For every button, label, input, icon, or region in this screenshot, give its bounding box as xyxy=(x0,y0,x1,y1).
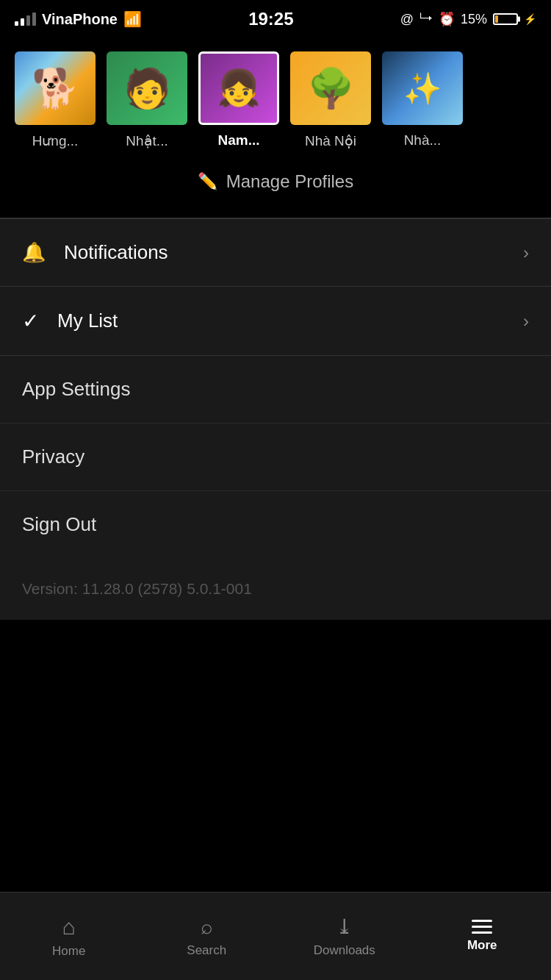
location-icon: ⮡ xyxy=(419,12,433,27)
search-label: Search xyxy=(187,943,226,958)
privacy-label: Privacy xyxy=(22,446,84,468)
hamburger-line-3 xyxy=(472,931,492,934)
bottom-nav: ⌂ Home ⌕ Search ⤓ Downloads More xyxy=(0,892,551,980)
status-bar: VinaPhone 📶 19:25 @ ⮡ ⏰ 15% ⚡ xyxy=(0,0,551,37)
manage-profiles-label: Manage Profiles xyxy=(226,171,353,192)
hamburger-line-2 xyxy=(472,926,492,928)
notifications-left: 🔔 Notifications xyxy=(22,241,168,264)
sign-out-item[interactable]: Sign Out xyxy=(0,491,551,558)
signal-bar-3 xyxy=(26,15,30,26)
home-label: Home xyxy=(52,944,85,959)
sign-out-label: Sign Out xyxy=(22,513,96,535)
mylist-menu-item[interactable]: ✓ My List › xyxy=(0,287,551,356)
profile-name-nhanoi1: Nhà Nội xyxy=(305,132,356,149)
bell-icon: 🔔 xyxy=(22,241,46,264)
nav-more[interactable]: More xyxy=(414,893,552,980)
battery-icon xyxy=(493,13,518,25)
app-settings-label: App Settings xyxy=(22,378,130,400)
status-time: 19:25 xyxy=(248,9,293,29)
status-left: VinaPhone 📶 xyxy=(15,10,142,28)
battery-percent: 15% xyxy=(461,12,487,27)
mylist-label: My List xyxy=(57,310,118,332)
version-text: Version: 11.28.0 (2578) 5.0.1-001 xyxy=(22,580,252,597)
charging-icon: ⚡ xyxy=(524,13,536,25)
signal-bar-4 xyxy=(32,12,36,26)
app-settings-item[interactable]: App Settings xyxy=(0,356,551,423)
signal-bar-2 xyxy=(21,18,24,26)
hamburger-line-1 xyxy=(472,920,492,922)
status-right: @ ⮡ ⏰ 15% ⚡ xyxy=(400,11,536,27)
wifi-icon: 📶 xyxy=(123,10,142,28)
profile-avatar-nhanoi2: ✨ xyxy=(382,51,463,125)
profile-avatar-nam: 👧 xyxy=(198,51,279,125)
profile-name-nhanoi2: Nhà... xyxy=(404,132,442,149)
hamburger-icon xyxy=(472,920,492,934)
profile-item-nhanoi2[interactable]: ✨ Nhà... xyxy=(382,51,463,149)
battery-fill xyxy=(495,15,498,23)
alarm-icon: ⏰ xyxy=(439,11,455,27)
profiles-section: 🐕 Hưng... 🧑 Nhật... 👧 Nam... 🌳 Nhà Nội ✨ xyxy=(0,37,551,218)
home-icon: ⌂ xyxy=(62,915,76,940)
downloads-icon: ⤓ xyxy=(336,915,353,939)
mylist-chevron: › xyxy=(523,311,529,332)
manage-profiles-button[interactable]: ✏️ Manage Profiles xyxy=(7,168,544,196)
profiles-scroll: 🐕 Hưng... 🧑 Nhật... 👧 Nam... 🌳 Nhà Nội ✨ xyxy=(7,51,544,149)
profile-item-nhanoi1[interactable]: 🌳 Nhà Nội xyxy=(290,51,371,149)
version-section: Version: 11.28.0 (2578) 5.0.1-001 xyxy=(0,558,551,620)
profile-name-nam: Nam... xyxy=(217,132,259,149)
downloads-label: Downloads xyxy=(314,943,375,958)
profile-item-nam[interactable]: 👧 Nam... xyxy=(198,51,279,149)
profile-item-hung[interactable]: 🐕 Hưng... xyxy=(15,51,96,149)
notifications-label: Notifications xyxy=(64,241,168,264)
search-icon: ⌕ xyxy=(201,915,213,939)
profile-name-nhat: Nhật... xyxy=(126,132,168,149)
profile-name-hung: Hưng... xyxy=(32,132,79,149)
settings-section: App Settings Privacy Sign Out xyxy=(0,356,551,558)
profile-avatar-nhanoi1: 🌳 xyxy=(290,51,371,125)
mylist-left: ✓ My List xyxy=(22,309,118,333)
profile-avatar-nhat: 🧑 xyxy=(107,51,187,125)
signal-bars xyxy=(15,12,36,26)
profile-avatar-hung: 🐕 xyxy=(15,51,96,125)
profile-item-nhat[interactable]: 🧑 Nhật... xyxy=(107,51,187,149)
nav-downloads[interactable]: ⤓ Downloads xyxy=(276,893,414,980)
notifications-menu-item[interactable]: 🔔 Notifications › xyxy=(0,219,551,287)
pencil-icon: ✏️ xyxy=(198,172,217,191)
nav-search[interactable]: ⌕ Search xyxy=(138,893,276,980)
at-icon: @ xyxy=(400,12,414,27)
signal-bar-1 xyxy=(15,21,18,26)
privacy-item[interactable]: Privacy xyxy=(0,423,551,491)
nav-home[interactable]: ⌂ Home xyxy=(0,893,138,980)
carrier-name: VinaPhone xyxy=(42,11,118,28)
spacer xyxy=(0,620,551,715)
menu-section: 🔔 Notifications › ✓ My List › xyxy=(0,219,551,356)
more-label: More xyxy=(467,938,497,953)
checkmark-icon: ✓ xyxy=(22,309,39,333)
notifications-chevron: › xyxy=(523,243,529,263)
